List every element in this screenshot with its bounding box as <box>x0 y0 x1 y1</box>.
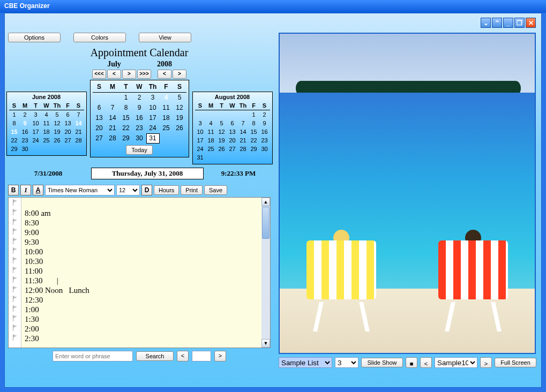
day-cell[interactable]: 22 <box>119 123 133 133</box>
day-cell[interactable]: 20 <box>63 127 73 136</box>
day-cell[interactable]: 7 <box>238 119 249 127</box>
day-cell[interactable]: 14 <box>73 119 84 127</box>
day-cell[interactable]: 31 <box>146 133 160 144</box>
collapse-up-button[interactable]: ⌃ <box>492 18 502 28</box>
day-cell[interactable]: 12 <box>173 103 186 113</box>
day-cell[interactable]: 7 <box>106 103 119 113</box>
font-select[interactable]: Times New Roman <box>45 185 115 195</box>
day-cell[interactable]: 2 <box>20 110 31 119</box>
flag-icon[interactable] <box>9 304 21 313</box>
day-cell[interactable]: 9 <box>20 119 31 127</box>
day-cell[interactable]: 15 <box>249 127 259 136</box>
day-cell[interactable]: 1 <box>249 110 259 119</box>
day-cell[interactable]: 29 <box>119 133 133 144</box>
flag-icon[interactable] <box>9 236 21 246</box>
day-cell[interactable]: 28 <box>106 133 119 144</box>
bold-button[interactable]: B <box>8 185 19 195</box>
d-button[interactable]: D <box>141 185 152 195</box>
flag-icon[interactable] <box>9 313 21 323</box>
day-cell[interactable]: 5 <box>173 93 186 103</box>
day-cell[interactable]: 21 <box>73 127 84 136</box>
day-cell[interactable]: 18 <box>206 136 216 145</box>
day-cell[interactable]: 18 <box>41 127 52 136</box>
day-cell[interactable]: 11 <box>206 127 216 136</box>
day-cell[interactable]: 17 <box>195 136 206 145</box>
day-cell[interactable]: 8 <box>119 103 133 113</box>
editor-row[interactable]: 8:30 <box>25 218 258 228</box>
day-cell[interactable]: 19 <box>216 136 227 145</box>
slideshow-stop-button[interactable]: ■ <box>406 357 417 368</box>
day-cell[interactable]: 30 <box>133 133 146 144</box>
view-button[interactable]: View <box>139 33 191 42</box>
italic-button[interactable]: I <box>20 185 31 195</box>
fullscreen-button[interactable]: Full Screen <box>495 358 536 367</box>
flag-icon[interactable] <box>9 227 21 236</box>
day-cell[interactable]: 6 <box>93 103 106 113</box>
editor-row[interactable]: 9:00 <box>25 228 258 237</box>
day-cell[interactable]: 4 <box>41 110 52 119</box>
search-prev-button[interactable]: < <box>177 351 189 361</box>
search-input[interactable] <box>53 351 133 361</box>
flag-icon[interactable] <box>9 246 21 255</box>
day-cell[interactable]: 19 <box>173 113 186 123</box>
day-cell[interactable]: 24 <box>31 136 41 145</box>
day-cell[interactable]: 3 <box>195 119 206 127</box>
day-cell[interactable]: 10 <box>195 127 206 136</box>
editor-row[interactable]: 10:30 <box>25 257 258 266</box>
editor-scrollbar[interactable]: ▲ ▼ <box>261 198 270 348</box>
options-button[interactable]: Options <box>8 33 61 42</box>
day-cell[interactable]: 23 <box>259 136 270 145</box>
day-cell[interactable]: 5 <box>216 119 227 127</box>
day-cell[interactable]: 22 <box>9 136 20 145</box>
editor-row[interactable] <box>25 199 258 208</box>
day-cell[interactable]: 15 <box>119 113 133 123</box>
day-cell[interactable]: 17 <box>31 127 41 136</box>
day-cell[interactable]: 10 <box>31 119 41 127</box>
day-cell[interactable]: 9 <box>133 103 146 113</box>
slideshow-count-select[interactable]: 3 <box>335 357 358 368</box>
editor-row[interactable]: 12:00 Noon Lunch <box>25 285 258 295</box>
nav-year-back-button[interactable]: <<< <box>92 70 106 79</box>
day-cell[interactable]: 16 <box>20 127 31 136</box>
day-cell[interactable]: 24 <box>195 145 206 153</box>
day-cell[interactable]: 4 <box>160 93 173 103</box>
day-cell[interactable]: 13 <box>63 119 73 127</box>
editor-row[interactable]: 2:30 <box>25 334 258 343</box>
day-cell[interactable]: 3 <box>31 110 41 119</box>
slideshow-next-button[interactable]: > <box>480 357 492 368</box>
scroll-up-icon[interactable]: ▲ <box>261 198 270 206</box>
close-button[interactable]: ✕ <box>526 18 536 28</box>
day-cell[interactable]: 10 <box>146 103 160 113</box>
slideshow-prev-button[interactable]: < <box>420 357 432 368</box>
editor-row[interactable]: 11:30 | <box>25 276 258 285</box>
day-cell[interactable]: 2 <box>259 110 270 119</box>
day-cell[interactable]: 16 <box>259 127 270 136</box>
day-cell[interactable]: 26 <box>52 136 63 145</box>
flag-icon[interactable] <box>9 284 21 294</box>
day-cell[interactable]: 23 <box>133 123 146 133</box>
day-cell[interactable]: 30 <box>20 145 31 153</box>
day-cell[interactable]: 13 <box>93 113 106 123</box>
flag-icon[interactable] <box>9 275 21 284</box>
font-color-button[interactable]: A <box>33 185 43 195</box>
day-cell[interactable]: 16 <box>133 113 146 123</box>
day-cell[interactable]: 21 <box>106 123 119 133</box>
collapse-down-button[interactable]: ⌄ <box>481 18 491 28</box>
search-next-button[interactable]: > <box>214 351 226 361</box>
day-cell[interactable]: 17 <box>146 113 160 123</box>
appointment-editor[interactable]: 8:00 am8:309:009:3010:0010:3011:0011:30 … <box>8 197 271 348</box>
flag-icon[interactable] <box>9 294 21 304</box>
font-size-select[interactable]: 12 <box>116 185 140 195</box>
day-cell[interactable]: 6 <box>63 110 73 119</box>
editor-row[interactable]: 8:00 am <box>25 208 258 218</box>
editor-row[interactable]: 9:30 <box>25 237 258 247</box>
print-button[interactable]: Print <box>181 185 203 195</box>
day-cell[interactable]: 31 <box>195 153 206 162</box>
day-cell[interactable]: 27 <box>93 133 106 144</box>
day-cell[interactable]: 15 <box>9 127 20 136</box>
day-cell[interactable]: 26 <box>173 123 186 133</box>
day-cell[interactable]: 20 <box>227 136 238 145</box>
day-cell[interactable]: 11 <box>160 103 173 113</box>
colors-button[interactable]: Colors <box>73 33 126 42</box>
minimize-button[interactable]: _ <box>503 18 513 28</box>
